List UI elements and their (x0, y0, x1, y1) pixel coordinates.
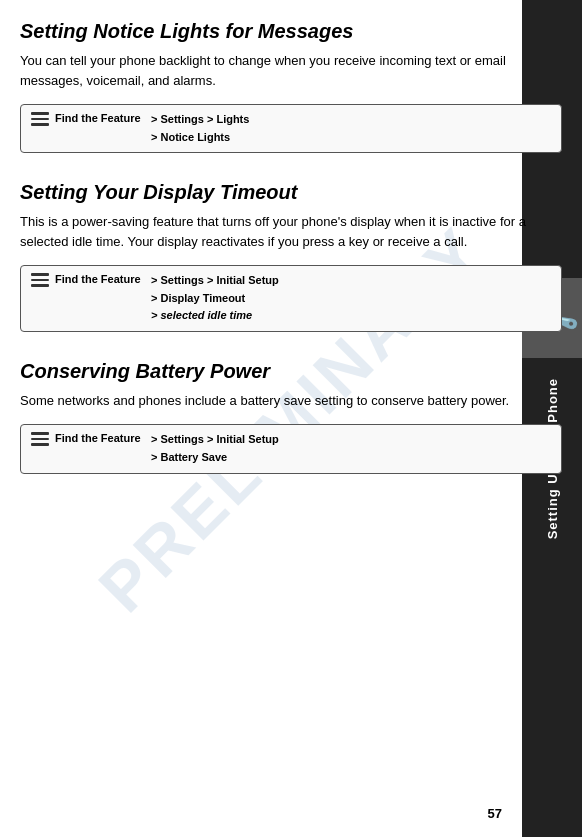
section-title-display-timeout: Setting Your Display Timeout (20, 181, 562, 204)
section-title-battery-power: Conserving Battery Power (20, 360, 562, 383)
find-feature-path-1: > Settings > Lights > Notice Lights (151, 111, 249, 146)
section-title-notice-lights: Setting Notice Lights for Messages (20, 20, 562, 43)
body-text-display-timeout: This is a power-saving feature that turn… (20, 212, 562, 251)
menu-icon-1 (31, 112, 49, 126)
find-feature-path-3: > Settings > Initial Setup > Battery Sav… (151, 431, 279, 466)
find-feature-battery-power: Find the Feature > Settings > Initial Se… (20, 424, 562, 473)
find-feature-path-2: > Settings > Initial Setup > Display Tim… (151, 272, 279, 325)
section-display-timeout: Setting Your Display Timeout This is a p… (20, 181, 562, 332)
find-feature-label-2: Find the Feature (31, 272, 141, 286)
page-container: PRELIMINARY Setting Notice Lights for Me… (0, 0, 582, 837)
menu-icon-2 (31, 273, 49, 287)
body-text-battery-power: Some networks and phones include a batte… (20, 391, 562, 411)
menu-icon-3 (31, 432, 49, 446)
find-feature-display-timeout: Find the Feature > Settings > Initial Se… (20, 265, 562, 332)
page-number: 57 (488, 806, 502, 821)
section-notice-lights: Setting Notice Lights for Messages You c… (20, 20, 562, 153)
main-content: Setting Notice Lights for Messages You c… (20, 20, 562, 474)
find-feature-notice-lights: Find the Feature > Settings > Lights > N… (20, 104, 562, 153)
find-feature-label-1: Find the Feature (31, 111, 141, 125)
body-text-notice-lights: You can tell your phone backlight to cha… (20, 51, 562, 90)
section-battery-power: Conserving Battery Power Some networks a… (20, 360, 562, 474)
find-feature-label-3: Find the Feature (31, 431, 141, 445)
